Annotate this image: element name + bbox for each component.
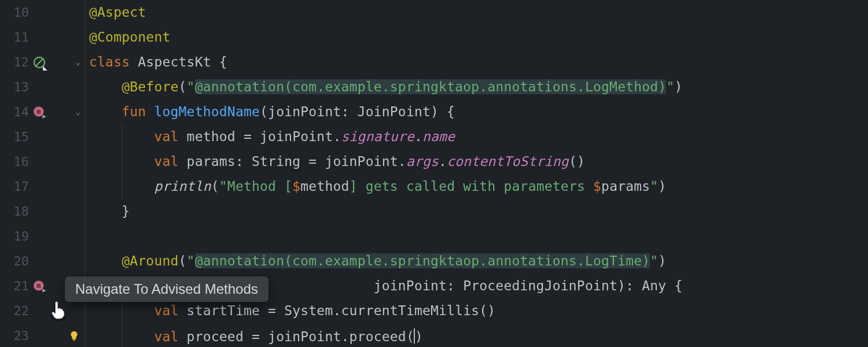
code-line[interactable]: 20 @Around("@annotation(com.example.spri… — [0, 249, 868, 274]
code-token: " — [187, 79, 195, 94]
code-token: println — [154, 179, 211, 194]
code-token: com.example.springktaop.annotations.LogT… — [292, 253, 642, 268]
code-token: . — [414, 129, 422, 144]
code-token: params — [601, 179, 650, 194]
code-content[interactable]: @Aspect — [86, 6, 146, 19]
code-content[interactable]: val method = joinPoint.signature.name — [86, 130, 455, 143]
gutter[interactable]: 10 — [0, 0, 86, 25]
code-line[interactable]: 11@Component — [0, 25, 868, 50]
code-token: $ — [593, 179, 601, 194]
code-token: args — [406, 154, 439, 169]
code-token: () — [569, 154, 585, 169]
aspect-gutter-icon[interactable]: m — [32, 279, 47, 294]
text-caret — [414, 328, 415, 344]
gutter[interactable]: 15 — [0, 124, 86, 149]
code-token: val — [154, 129, 186, 144]
gutter[interactable]: 12⌄ — [0, 50, 86, 75]
line-number: 10 — [3, 6, 29, 19]
code-content[interactable]: @Before("@annotation(com.example.springk… — [86, 80, 683, 94]
code-token: ( — [179, 253, 187, 268]
gutter[interactable]: 14m⌄ — [0, 99, 86, 124]
gutter[interactable]: 11 — [0, 25, 86, 50]
line-number: 11 — [3, 31, 29, 44]
code-content[interactable]: fun logMethodName(joinPoint: JoinPoint) … — [86, 105, 455, 119]
code-token: "Method [ — [219, 179, 292, 194]
code-token: logMethodName — [154, 104, 260, 119]
code-line[interactable]: 10@Aspect — [0, 0, 868, 25]
lightbulb-icon[interactable] — [68, 330, 80, 342]
fold-chevron-down-icon[interactable]: ⌄ — [75, 108, 80, 116]
code-content[interactable]: println("Method [$method] gets called wi… — [86, 180, 667, 193]
code-token: } — [122, 204, 130, 219]
code-line[interactable]: 15 val method = joinPoint.signature.name — [0, 124, 868, 149]
code-token: $ — [292, 179, 300, 194]
gutter[interactable]: 16 — [0, 149, 86, 174]
fold-chevron-down-icon[interactable]: ⌄ — [75, 58, 80, 67]
code-line[interactable]: 17 println("Method [$method] gets called… — [0, 174, 868, 199]
gutter[interactable]: 19 — [0, 224, 86, 249]
gutter[interactable]: 13 — [0, 75, 86, 99]
code-token: proceed = joinPoint.proceed — [187, 329, 406, 344]
code-token: signature — [341, 129, 414, 144]
cursor-pointer-icon — [49, 298, 69, 323]
code-token: @annotation( — [195, 253, 293, 268]
code-token: params: String = joinPoint. — [187, 154, 406, 169]
code-token: ) — [658, 79, 666, 94]
code-token: { — [219, 54, 227, 69]
code-content[interactable]: val proceed = joinPoint.proceed() — [86, 328, 423, 344]
code-token: method = joinPoint. — [187, 129, 341, 144]
prohibit-icon[interactable] — [32, 56, 46, 69]
code-token: val — [154, 303, 186, 318]
code-line[interactable]: 12⌄class AspectsKt { — [0, 50, 868, 75]
code-line[interactable]: 18 } — [0, 199, 868, 224]
gutter[interactable]: 18 — [0, 199, 86, 224]
line-number: 16 — [3, 156, 29, 168]
code-line[interactable]: 19 — [0, 224, 868, 249]
code-token: ( — [179, 79, 187, 94]
code-line[interactable]: 13 @Before("@annotation(com.example.spri… — [0, 75, 868, 99]
line-number: 19 — [3, 230, 29, 243]
gutter[interactable]: 22 — [0, 298, 86, 323]
svg-text:m: m — [36, 108, 41, 116]
line-number: 20 — [3, 255, 29, 268]
code-token: startTime = System.currentTimeMillis() — [187, 303, 496, 318]
code-token: (joinPoint: JoinPoint) { — [260, 104, 455, 119]
code-content[interactable]: @Around("@annotation(com.example.springk… — [86, 254, 666, 268]
code-content[interactable]: @Component — [86, 31, 170, 44]
code-content[interactable]: class AspectsKt { — [86, 56, 227, 69]
svg-text:m: m — [36, 282, 41, 290]
code-content[interactable]: val params: String = joinPoint.args.cont… — [86, 155, 585, 168]
code-token: " — [650, 179, 658, 194]
code-token: contentToString — [447, 154, 569, 169]
code-token: @Before — [122, 79, 178, 94]
line-number: 15 — [3, 131, 29, 143]
code-line[interactable]: 14m⌄ fun logMethodName(joinPoint: JoinPo… — [0, 99, 868, 124]
code-content[interactable]: val startTime = System.currentTimeMillis… — [86, 304, 495, 318]
svg-rect-6 — [73, 339, 76, 340]
code-token: @Around — [122, 253, 178, 268]
code-token: . — [439, 154, 447, 169]
line-number: 21 — [3, 280, 29, 293]
tooltip-navigate-advised: Navigate To Advised Methods — [65, 276, 269, 302]
code-token: method — [300, 179, 349, 194]
gutter[interactable]: 20 — [0, 249, 86, 274]
code-token: AspectsKt — [138, 54, 219, 69]
code-token: ] gets called with parameters — [350, 179, 593, 194]
aspect-gutter-icon[interactable]: m — [32, 105, 47, 120]
code-content[interactable]: } — [86, 205, 130, 218]
code-line[interactable]: 22 val startTime = System.currentTimeMil… — [0, 298, 868, 323]
line-number: 17 — [3, 180, 29, 193]
code-token: " — [187, 253, 195, 268]
code-token: fun — [122, 104, 154, 119]
code-token: @Aspect — [89, 5, 146, 20]
code-token: ( — [211, 179, 219, 194]
gutter[interactable]: 23 — [0, 323, 86, 347]
code-line[interactable]: 16 val params: String = joinPoint.args.c… — [0, 149, 868, 174]
code-token: ) — [642, 253, 650, 268]
code-token: name — [422, 129, 455, 144]
gutter[interactable]: 17 — [0, 174, 86, 199]
code-token: @Component — [89, 29, 170, 45]
code-token: () — [406, 329, 423, 344]
code-line[interactable]: 23 val proceed = joinPoint.proceed() — [0, 323, 868, 347]
line-number: 12 — [3, 56, 29, 69]
